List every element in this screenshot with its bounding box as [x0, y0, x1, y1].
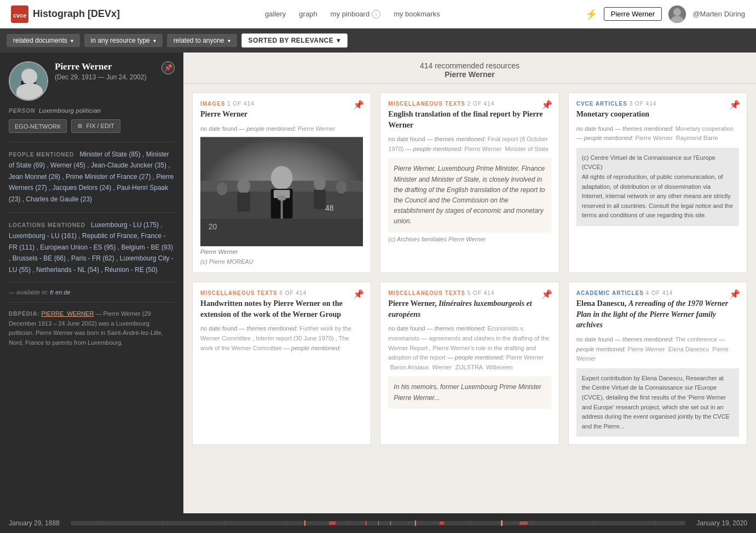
card-number: 2 of 414 [468, 101, 495, 107]
card-person-link[interactable]: Minister of State [505, 146, 549, 152]
card-meta: no date found — themes mentioned: Moneta… [576, 124, 739, 143]
timeline-end-date: January 19, 2020 [696, 519, 747, 527]
person-avatar-image [10, 62, 47, 100]
card-gray-box: (c) Centre Virtuel de la Connaissance su… [576, 148, 739, 226]
nav-graph[interactable]: graph [299, 10, 317, 18]
sidebar-person-link[interactable]: Minister of State (85) [79, 150, 140, 158]
sidebar-location-link[interactable]: Belgium - BE (93) [121, 244, 173, 251]
card-misc-texts-3: MISCELLANEOUS TEXTS 5 of 414 📌 Pierre We… [380, 282, 559, 445]
card-number: 4 of 414 [646, 290, 673, 296]
person-dates: (Dec 29, 1913 — Jun 24, 2002) [55, 73, 155, 81]
card-title: Pierre Werner, Itinéraires luxembourgeoi… [388, 298, 551, 320]
svg-rect-26 [200, 219, 363, 246]
card-type-label: IMAGES 1 of 414 [200, 101, 363, 107]
person-header: Pierre Werner (Dec 29, 1913 — Jun 24, 20… [9, 61, 175, 101]
nav-pinboard[interactable]: my pinboard [331, 10, 370, 18]
timeline-track[interactable] [71, 521, 686, 525]
sidebar-location-link[interactable]: Luxembourg - LU (161) [9, 232, 77, 240]
sidebar-location-link[interactable]: Netherlands - NL (54) [36, 266, 99, 274]
chevron-down-icon: ▾ [228, 38, 230, 44]
card-copyright: (c) Archives familiales Pierre Werner [388, 236, 551, 242]
sidebar: Pierre Werner (Dec 29, 1913 — Jun 24, 20… [0, 53, 183, 513]
content-person: Pierre Werner [183, 70, 756, 79]
filter-bar: related documents ▾ in any resource type… [0, 28, 756, 53]
card-theme-link[interactable]: Monetary cooperation [676, 125, 734, 132]
cards-grid: IMAGES 1 of 414 📌 Pierre Werner no date … [183, 84, 756, 454]
card-meta: no date found — themes mentioned: Econom… [388, 324, 551, 372]
card-title: Pierre Werner [200, 109, 363, 120]
card-image-caption: Pierre Werner [200, 248, 363, 255]
lang-fr-link[interactable]: fr [50, 289, 54, 296]
svg-point-3 [673, 8, 681, 16]
sidebar-location-link[interactable]: European Union - ES (95) [40, 244, 116, 251]
card-pin-icon[interactable]: 📌 [541, 289, 552, 299]
sidebar-person-link[interactable]: Jean Monnet (28) [9, 173, 60, 181]
svg-point-23 [217, 182, 228, 195]
sidebar-person-link[interactable]: Jacques Delors (24) [53, 184, 111, 192]
card-pin-icon[interactable]: 📌 [541, 100, 552, 110]
sidebar-person-link[interactable]: Charles de Gaulle (23) [26, 195, 92, 203]
fix-edit-btn[interactable]: ⚙ FIX / EDIT [71, 119, 120, 133]
card-pin-icon[interactable]: 📌 [353, 289, 364, 299]
person-avatar [9, 61, 48, 101]
ego-network-btn[interactable]: EGO-NETWORK [9, 119, 67, 133]
pinboard-info-icon[interactable]: i [372, 10, 380, 19]
card-person-link[interactable]: Pierre Werner [298, 125, 335, 132]
svg-text:48: 48 [325, 204, 334, 212]
card-image-credit: (c) Pierre MOREAU [200, 258, 363, 265]
lang-de-link[interactable]: de [64, 289, 70, 296]
sort-btn[interactable]: SORTED BY RELEVANCE ▾ [241, 33, 348, 48]
sidebar-person-link[interactable]: Prime Minister of France (27) [66, 173, 151, 181]
sidebar-location-link[interactable]: Réunion - RE (50) [105, 266, 158, 274]
card-person-link[interactable]: Pierre Werner [506, 354, 544, 361]
card-person-link[interactable]: Raymond Barre [676, 135, 718, 141]
card-person-link[interactable]: Werner [432, 364, 452, 370]
card-person-link[interactable]: Pierre Werner [635, 135, 672, 141]
card-meta: no date found — themes mentioned: The co… [576, 335, 739, 364]
sidebar-location-link[interactable]: Luxembourg - LU (175) [91, 221, 159, 229]
card-date: no date found [200, 125, 237, 132]
card-type-label: MISCELLANEOUS TEXTS 5 of 414 [388, 290, 551, 296]
filter-type-btn[interactable]: related documents ▾ [7, 34, 80, 47]
card-person-link[interactable]: Pierre Werner [627, 346, 665, 352]
nav-gallery[interactable]: gallery [265, 10, 286, 18]
nav-pinboard-group: my pinboard i [331, 10, 381, 19]
active-node-button[interactable]: Pierre Werner [604, 7, 662, 21]
sidebar-pin-icon[interactable]: 📌 [161, 61, 175, 74]
card-pin-icon[interactable]: 📌 [729, 100, 740, 110]
card-person-link[interactable]: ZIJLSTRA [455, 364, 482, 370]
nav-bookmarks[interactable]: my bookmarks [394, 10, 440, 18]
card-theme-link[interactable]: Interim report (30 June 1970) [256, 335, 333, 341]
card-person-link[interactable]: Witteveen [486, 364, 513, 370]
card-theme-link[interactable]: The conference [676, 336, 717, 343]
sidebar-location-link[interactable]: Brussels - BE (66) [13, 254, 66, 262]
card-type-label: ACADEMIC ARTICLES 4 of 414 [576, 290, 739, 296]
total-count: 414 recommended resources [183, 61, 756, 70]
flash-icon[interactable]: ⚡ [585, 8, 597, 20]
dbpedia-label: DBPEDIA: [9, 311, 39, 317]
card-person-link[interactable]: Elena Danescu [668, 346, 709, 352]
timeline-start-date: January 29, 1888 [9, 519, 60, 527]
svg-point-18 [278, 195, 286, 201]
person-name: Pierre Werner [55, 61, 155, 72]
lang-en-link[interactable]: en [55, 289, 62, 296]
sidebar-person-link[interactable]: Werner (45) [50, 161, 85, 169]
svg-rect-9 [24, 78, 34, 83]
card-pin-icon[interactable]: 📌 [729, 289, 740, 299]
filter-relation-btn[interactable]: related to anyone ▾ [167, 34, 237, 47]
dbpedia-link[interactable]: PIERRE_WERNER [41, 310, 94, 317]
sidebar-person-link[interactable]: Jean-Claude Juncker (35) [91, 161, 166, 169]
sidebar-location-link[interactable]: Paris - FR (62) [71, 254, 114, 262]
locations-mentioned-section: LOCATIONS MENTIONED Luxembourg - LU (175… [9, 219, 175, 275]
action-buttons: EGO-NETWORK ⚙ FIX / EDIT [9, 119, 175, 133]
card-person-link[interactable]: Baron Ansiaux [390, 364, 429, 370]
header-right: ⚡ Pierre Werner @Marten Düring [585, 5, 745, 23]
dbpedia-section: DBPEDIA: PIERRE_WERNER — Pierre Werner (… [9, 309, 175, 347]
card-description: In his memoirs, former Luxembourg Prime … [388, 376, 551, 408]
cvce-logo-icon: cvce [11, 5, 28, 23]
card-person-link[interactable]: Pierre Werner [464, 146, 501, 152]
card-title: English translation of the final report … [388, 109, 551, 130]
filter-resource-btn[interactable]: in any resource type ▾ [84, 34, 163, 47]
card-pin-icon[interactable]: 📌 [353, 100, 364, 110]
card-title: Monetary cooperation [576, 109, 739, 120]
